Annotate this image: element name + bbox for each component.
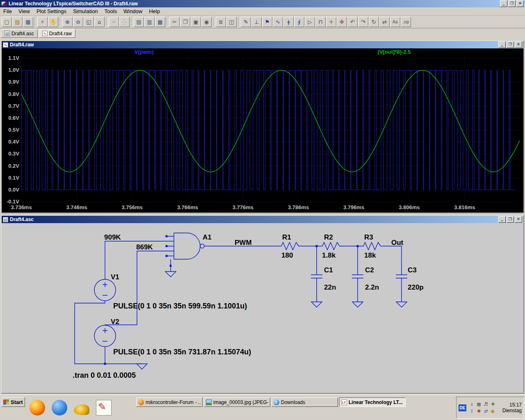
net-label-out[interactable]: Out xyxy=(391,239,404,247)
tab-draft4-raw[interactable]: ∿ Draft4.raw xyxy=(39,29,75,38)
resistor-label-r1[interactable]: R1 xyxy=(282,233,291,241)
nand-gate-a1[interactable] xyxy=(174,233,204,259)
paste-button[interactable]: ▣ xyxy=(191,17,201,27)
menu-tools[interactable]: Tools xyxy=(101,7,120,15)
net-label-909k[interactable]: 909K xyxy=(104,233,121,241)
thunderbird-icon[interactable] xyxy=(52,400,67,415)
text-button[interactable]: Aa xyxy=(390,17,400,27)
schematic-restore-button[interactable]: ❐ xyxy=(507,216,514,223)
antivirus-icon[interactable]: ✱ xyxy=(476,408,482,414)
menu-window[interactable]: Window xyxy=(120,7,146,15)
legend-vpwm[interactable]: V(pwm) xyxy=(135,49,154,55)
capacitor-value-c1[interactable]: 22n xyxy=(324,283,336,291)
waveform-plot[interactable]: 1.1V1.0V0.9V0.8V0.7V0.6V0.5V0.4V0.3V0.2V… xyxy=(2,48,523,212)
source-label-v1[interactable]: V1 xyxy=(111,273,119,281)
grid-button[interactable]: ⁘ xyxy=(109,17,119,27)
capacitor-value-c2[interactable]: 2.2n xyxy=(365,283,379,291)
resistor-value-r2[interactable]: 1.8k xyxy=(322,251,336,259)
display-icon[interactable]: ▦ xyxy=(476,401,482,407)
close-button[interactable]: ✕ xyxy=(516,0,524,7)
net-label-869k[interactable]: 869K xyxy=(136,243,153,251)
waveform-svg[interactable]: 1.1V1.0V0.9V0.8V0.7V0.6V0.5V0.4V0.3V0.2V… xyxy=(2,48,523,212)
source-value-v2[interactable]: PULSE(0 1 0 35n 35n 731.87n 1.15074u) xyxy=(113,348,251,356)
task-button-4[interactable]: Linear Technology LT... xyxy=(339,397,406,407)
update-icon[interactable]: ↓ xyxy=(469,401,475,407)
component-button[interactable]: ⊓ xyxy=(315,17,326,27)
task-button-2[interactable]: image_00003.jpg (JPEG-... xyxy=(204,397,270,407)
copy-button[interactable]: ❐ xyxy=(180,17,190,27)
net-label-pwm[interactable]: PWM xyxy=(235,239,252,247)
rotate-button[interactable]: ↻ xyxy=(369,17,379,27)
mark-points-button[interactable]: ⁛ xyxy=(119,17,130,27)
legend-vout-expression[interactable]: (V[out]*8)-2.5 xyxy=(378,49,411,55)
source-value-v1[interactable]: PULSE(0 1 0 35n 35n 599.59n 1.1001u) xyxy=(113,302,247,310)
resistor-label-r2[interactable]: R2 xyxy=(324,233,333,241)
start-button[interactable]: Start xyxy=(1,397,25,407)
cut-button[interactable]: ✂ xyxy=(169,17,180,27)
capacitor-label-c2[interactable]: C2 xyxy=(365,266,374,274)
label-net-button[interactable]: ⚑ xyxy=(262,17,272,27)
restore-button[interactable]: ❐ xyxy=(508,0,516,7)
minimize-button[interactable]: _ xyxy=(500,0,507,7)
safely-remove-icon[interactable]: ✚ xyxy=(490,401,496,407)
run-button[interactable]: ⚡ xyxy=(37,17,48,27)
clipboard-icon[interactable]: ◉ xyxy=(490,408,496,414)
schematic-close-button[interactable]: ✕ xyxy=(515,216,522,223)
task-button-1[interactable]: mikrocontroller-Forum - ... xyxy=(136,397,203,407)
ground-button[interactable]: ⊥ xyxy=(251,17,262,27)
genie-lamp-icon[interactable] xyxy=(74,404,89,415)
menu-plot-settings[interactable]: Plot Settings xyxy=(33,7,70,15)
undo-button[interactable]: ↶ xyxy=(347,17,358,27)
schematic-canvas[interactable]: 909K 869K A1 PWM R1 180 R2 1.8k R3 18k O… xyxy=(2,223,523,393)
menu-view[interactable]: View xyxy=(15,7,33,15)
print-preview-button[interactable]: ◫ xyxy=(226,17,237,27)
mirror-button[interactable]: ⇄ xyxy=(379,17,390,27)
bluetooth-icon[interactable]: ᛒ xyxy=(469,408,475,414)
waveform-close-button[interactable]: ✕ xyxy=(515,41,522,48)
tile-horizontal-button[interactable]: ▤ xyxy=(134,17,144,27)
cascade-button[interactable]: ▩ xyxy=(155,17,165,27)
print-button[interactable]: ≣ xyxy=(216,17,226,27)
resistor-button[interactable]: ∿ xyxy=(273,17,283,27)
halt-button[interactable]: ✋ xyxy=(48,17,58,27)
zoom-full-button[interactable]: ⌂ xyxy=(94,17,105,27)
wire-button[interactable]: ✎ xyxy=(241,17,251,27)
menu-simulation[interactable]: Simulation xyxy=(70,7,101,15)
zoom-area-button[interactable]: ◱ xyxy=(84,17,94,27)
new-schematic-button[interactable]: ▢ xyxy=(2,17,12,27)
zoom-out-button[interactable]: ⊖ xyxy=(73,17,83,27)
notes-icon[interactable] xyxy=(96,400,112,415)
capacitor-button[interactable]: ǂ xyxy=(283,17,294,27)
source-label-v2[interactable]: V2 xyxy=(111,318,119,326)
capacitor-label-c3[interactable]: C3 xyxy=(408,266,417,274)
sync-icon[interactable]: ⇄ xyxy=(483,408,489,414)
redo-button[interactable]: ↷ xyxy=(358,17,368,27)
voltage-source-v2[interactable] xyxy=(94,325,116,347)
tile-vertical-button[interactable]: ▥ xyxy=(144,17,155,27)
menu-file[interactable]: File xyxy=(0,7,15,15)
task-button-3[interactable]: Downloads xyxy=(272,397,338,407)
tab-draft4-asc[interactable]: ▤ Draft4.asc xyxy=(1,29,38,38)
language-indicator[interactable]: DE xyxy=(459,404,466,411)
open-file-button[interactable]: ▧ xyxy=(12,17,23,27)
inductor-button[interactable]: ∮ xyxy=(294,17,304,27)
capacitor-value-c3[interactable]: 220p xyxy=(408,283,424,291)
schematic-window-title-bar[interactable]: ▤ Draft4.asc _ ❐ ✕ xyxy=(2,216,523,223)
move-button[interactable]: ✛ xyxy=(326,17,336,27)
main-title-bar[interactable]: Linear Technology LTspice/SwitcherCAD II… xyxy=(0,0,525,7)
waveform-window-title-bar[interactable]: ∿ Draft4.raw _ ❐ ✕ xyxy=(2,41,523,48)
gate-label-a1[interactable]: A1 xyxy=(203,233,212,241)
capacitor-label-c1[interactable]: C1 xyxy=(324,266,333,274)
save-button[interactable]: ▦ xyxy=(23,17,33,27)
schematic-minimize-button[interactable]: _ xyxy=(498,216,506,223)
voltage-source-v1[interactable] xyxy=(94,279,116,301)
resistor-value-r3[interactable]: 18k xyxy=(364,251,376,259)
spice-directive-button[interactable]: .op xyxy=(401,17,411,27)
resistor-value-r1[interactable]: 180 xyxy=(281,251,293,259)
spice-directive[interactable]: .tran 0 0.01 0.0005 xyxy=(73,371,136,379)
find-button[interactable]: ◉ xyxy=(201,17,212,27)
firefox-icon[interactable] xyxy=(30,400,45,415)
waveform-restore-button[interactable]: ❐ xyxy=(507,41,514,48)
diode-button[interactable]: ▷ xyxy=(305,17,315,27)
menu-help[interactable]: Help xyxy=(146,7,163,15)
